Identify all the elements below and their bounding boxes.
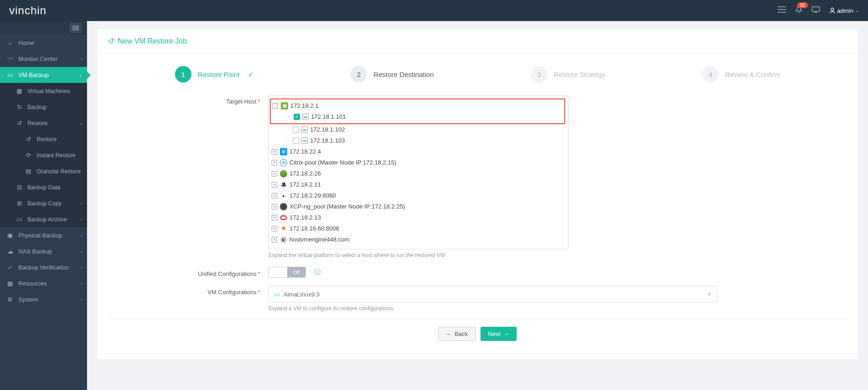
nav-backup-data[interactable]: ⊟Backup Data	[0, 179, 87, 195]
expand-icon[interactable]: +	[272, 226, 277, 231]
nav-physical-backup[interactable]: ▣Physical Backup‹	[0, 227, 87, 243]
windows-icon: ⊞	[280, 148, 287, 155]
nav-system[interactable]: ⚙System‹	[0, 291, 87, 308]
tree-child[interactable]: ⋮⋯ ▬ 172.18.1.102	[272, 124, 563, 135]
list-icon[interactable]	[778, 6, 786, 15]
step-restore-destination[interactable]: 2 Restore Destination	[350, 66, 434, 82]
nav-restore[interactable]: ↺Restore	[0, 131, 87, 147]
expand-icon[interactable]: +	[272, 193, 277, 198]
checkbox[interactable]	[293, 137, 299, 144]
generic-icon: ◐	[280, 236, 287, 243]
expand-icon[interactable]: +	[272, 171, 277, 176]
expand-icon[interactable]: +	[272, 182, 277, 187]
nav-granular-restore[interactable]: ▤Granular Restore	[0, 163, 87, 179]
next-button[interactable]: Next →	[480, 327, 517, 341]
top-bar: vinchin 58 admin ⌄	[0, 0, 868, 21]
monitor-icon[interactable]	[812, 6, 820, 15]
chevron-icon: ‹	[81, 56, 82, 61]
tree-sibling[interactable]: +⊞172.18.22.4	[272, 146, 563, 157]
nav-label: Virtual Machines	[27, 88, 70, 94]
monitor-nav-icon: 〰	[6, 55, 14, 62]
granular-icon: ▤	[25, 168, 32, 175]
step-restore-point[interactable]: 1 Restore Point ✓	[175, 66, 254, 82]
svg-rect-0	[778, 6, 786, 7]
arrow-right-icon: →	[503, 330, 509, 337]
data-icon: ⊟	[16, 184, 23, 191]
nav-backup-verification[interactable]: ✓Backup Verification‹	[0, 259, 87, 275]
host-icon: ▬	[302, 114, 309, 120]
nav-label: Resources	[18, 280, 47, 287]
collapse-icon[interactable]: −	[273, 103, 278, 109]
expand-icon[interactable]: +	[272, 160, 277, 165]
tree-label: Citrix-pool (Master Node IP:172.18.2.15)	[289, 158, 396, 167]
wizard-panel: ↺ New VM Restore Job 1 Restore Point ✓ 2…	[97, 29, 858, 359]
expand-icon[interactable]: +	[272, 204, 277, 209]
tree-child[interactable]: ⋮⋯ ✓ ▬ 172.18.1.101	[273, 111, 562, 122]
copy-icon: ⊞	[16, 200, 23, 207]
chevron-icon: ‹	[81, 249, 82, 254]
vm-config-row: VM Configurations* ▭ AlmaLinux9.3 + Expa…	[108, 286, 847, 312]
checkbox-checked[interactable]: ✓	[294, 114, 300, 120]
step-label: Review & Confirm	[725, 71, 780, 78]
tree-sibling[interactable]: +◉XCP-ng_pool (Master Node IP:172.18.2.2…	[272, 201, 563, 212]
info-icon[interactable]: ⓘ	[314, 268, 321, 275]
tree-sibling[interactable]: +🎩172.18.2.11	[272, 179, 563, 190]
step-restore-strategy[interactable]: 3 Restore Strategy	[531, 66, 606, 82]
tree-sibling[interactable]: +◐hostvmengine448.com	[272, 234, 563, 245]
tree-label: hostvmengine448.com	[289, 235, 349, 244]
proxmox-icon: ✖	[280, 225, 287, 232]
nav-monitor[interactable]: 〰Monitor Center‹	[0, 51, 87, 67]
tree-sibling[interactable]: +172.18.2.13	[272, 212, 563, 223]
checkbox[interactable]	[293, 126, 299, 133]
wizard-footer: ← Back Next →	[108, 319, 847, 348]
bell-icon[interactable]: 58	[795, 6, 802, 15]
tree-sibling[interactable]: +172.18.2.26	[272, 168, 563, 179]
nav-virtual-machines[interactable]: ▦Virtual Machines	[0, 83, 87, 99]
tree-sibling[interactable]: +✕Citrix-pool (Master Node IP:172.18.2.1…	[272, 157, 563, 168]
expand-icon[interactable]: +	[272, 215, 277, 220]
back-button[interactable]: ← Back	[438, 327, 476, 341]
nav-backup-copy[interactable]: ⊞Backup Copy‹	[0, 195, 87, 211]
nav-label: Backup Verification	[18, 264, 69, 271]
unified-config-row: Unified Configurations* Off ⓘ	[108, 267, 847, 278]
nav-instant-restore[interactable]: ⟳Instant Restore	[0, 147, 87, 163]
tree-sibling[interactable]: +✖172.18.16.60:8006	[272, 223, 563, 234]
tree-sibling[interactable]: +▲172.18.2.29:8080	[272, 190, 563, 201]
tree-child[interactable]: ⋮⋯ ▬ 172.18.1.103	[272, 135, 563, 146]
nav-resources[interactable]: ▦Resources‹	[0, 275, 87, 291]
active-arrow	[87, 71, 91, 79]
step-label: Restore Strategy	[554, 71, 606, 78]
archive-icon: ▭	[16, 216, 23, 223]
nav-backup-archive[interactable]: ▭Backup Archive‹	[0, 211, 87, 227]
nav-vm-backup[interactable]: ▭VM Backup⌄	[0, 67, 87, 83]
nav-backup[interactable]: ↻Backup	[0, 99, 87, 115]
nav-label: Physical Backup	[18, 232, 62, 239]
grid-icon: ▦	[16, 88, 23, 94]
nav-nas-backup[interactable]: ☁NAS Backup‹	[0, 243, 87, 259]
physical-icon: ▣	[6, 232, 14, 239]
expand-icon[interactable]: +	[272, 149, 277, 154]
step-label: Restore Destination	[373, 71, 434, 78]
vm-name: AlmaLinux9.3	[284, 291, 320, 298]
user-menu[interactable]: admin ⌄	[829, 7, 859, 14]
nav-home[interactable]: ⌂Home	[0, 35, 87, 51]
expand-plus-icon[interactable]: +	[707, 290, 711, 298]
next-label: Next	[488, 330, 501, 337]
tree-root[interactable]: − ▣ 172.18.2.1	[273, 100, 562, 111]
target-host-row: Target Host* − ▣ 172.18.2.1 ⋮⋯	[108, 95, 847, 258]
unified-toggle[interactable]: Off	[268, 267, 306, 278]
tree-label: 172.18.1.102	[310, 125, 345, 134]
nav-restore-parent[interactable]: ↺Restore⌄	[0, 115, 87, 131]
panel-header: ↺ New VM Restore Job	[97, 29, 858, 53]
vm-config-item[interactable]: ▭ AlmaLinux9.3 +	[268, 286, 717, 302]
chevron-icon: ‹	[81, 297, 82, 302]
nav-label: Restore	[27, 120, 48, 126]
sidebar-collapse-button[interactable]	[70, 23, 82, 33]
expand-icon[interactable]: +	[272, 237, 277, 242]
tree-label: XCP-ng_pool (Master Node IP:172.18.2.25)	[289, 202, 405, 211]
svg-rect-3	[812, 7, 819, 11]
step-review-confirm[interactable]: 4 Review & Confirm	[702, 66, 780, 82]
citrix-icon: ✕	[280, 159, 287, 166]
tree-label: 172.18.1.103	[310, 136, 345, 145]
step-number: 4	[702, 66, 719, 82]
